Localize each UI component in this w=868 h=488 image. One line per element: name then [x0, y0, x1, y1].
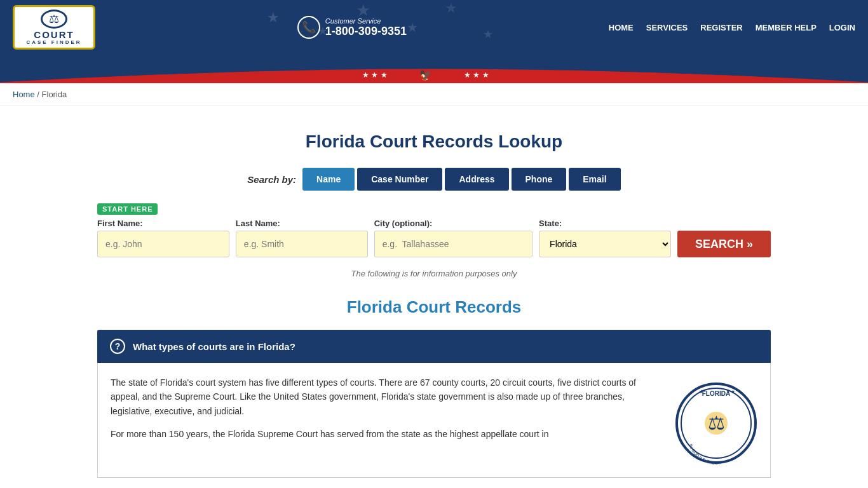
- phone-icon: 📞: [297, 16, 320, 39]
- svg-text:★: ★: [407, 20, 418, 34]
- search-form-container: START HERE First Name: Last Name: City (…: [97, 203, 771, 257]
- logo-court-text: COURT: [34, 30, 74, 39]
- city-group: City (optional):: [374, 219, 532, 257]
- nav-login[interactable]: LOGIN: [829, 23, 855, 32]
- accordion-title: What types of courts are in Florida?: [133, 341, 295, 352]
- logo-sub-text: CASE FINDER: [26, 39, 81, 45]
- first-name-input[interactable]: [97, 231, 229, 257]
- cs-label: Customer Service: [325, 17, 407, 25]
- nav-register[interactable]: REGISTER: [700, 23, 742, 32]
- svg-text:★: ★: [445, 0, 458, 16]
- tab-address[interactable]: Address: [445, 168, 508, 191]
- question-icon: ?: [110, 339, 125, 354]
- city-label: City (optional):: [374, 219, 532, 228]
- start-here-badge: START HERE: [97, 203, 158, 215]
- state-group: State: AlabamaAlaskaArizonaArkansas Cali…: [539, 219, 671, 257]
- breadcrumb: Home / Florida: [0, 83, 868, 106]
- city-input[interactable]: [374, 231, 532, 257]
- site-header: ★ ★ ★ ★ ★ ★ ⚖ COURT CASE FINDER 📞 Custom…: [0, 0, 868, 55]
- logo-area: ⚖ COURT CASE FINDER: [13, 5, 95, 50]
- cs-text: Customer Service 1-800-309-9351: [325, 17, 407, 38]
- main-nav: HOME SERVICES REGISTER MEMBER HELP LOGIN: [609, 23, 855, 32]
- last-name-label: Last Name:: [236, 219, 368, 228]
- accordion: ? What types of courts are in Florida? T…: [97, 330, 771, 478]
- tab-email[interactable]: Email: [569, 168, 620, 191]
- last-name-group: Last Name:: [236, 219, 368, 257]
- search-button[interactable]: SEARCH »: [677, 231, 771, 257]
- svg-text:FLORIDA: FLORIDA: [702, 390, 730, 397]
- search-tabs: Name Case Number Address Phone Email: [302, 168, 621, 191]
- florida-seal: FLORIDA ★ ★ ⚖ IN GOD WE TRUST: [675, 382, 757, 464]
- tab-name[interactable]: Name: [302, 168, 355, 191]
- breadcrumb-current: Florida: [42, 90, 67, 99]
- disclaimer: The following is for information purpose…: [97, 269, 771, 278]
- cs-phone: 1-800-309-9351: [325, 25, 407, 38]
- tab-case-number[interactable]: Case Number: [357, 168, 442, 191]
- svg-text:★: ★: [699, 389, 703, 395]
- logo-icon: ⚖: [41, 10, 67, 29]
- main-content: Florida Court Records Lookup Search by: …: [85, 106, 783, 488]
- section-title: Florida Court Records: [97, 297, 771, 317]
- logo-box[interactable]: ⚖ COURT CASE FINDER: [13, 5, 95, 50]
- accordion-body: The state of Florida's court system has …: [97, 363, 771, 478]
- svg-text:🦅: 🦅: [419, 69, 432, 81]
- tab-phone[interactable]: Phone: [512, 168, 567, 191]
- svg-text:⚖: ⚖: [708, 412, 725, 433]
- customer-service: 📞 Customer Service 1-800-309-9351: [297, 16, 407, 39]
- svg-text:IN GOD WE TRUST: IN GOD WE TRUST: [688, 444, 721, 464]
- search-form-row: First Name: Last Name: City (optional): …: [97, 219, 771, 257]
- nav-home[interactable]: HOME: [609, 23, 634, 32]
- page-title: Florida Court Records Lookup: [97, 132, 771, 152]
- accordion-text: The state of Florida's court system has …: [111, 376, 662, 451]
- breadcrumb-home[interactable]: Home: [13, 90, 35, 99]
- state-label: State:: [539, 219, 671, 228]
- nav-member-help[interactable]: MEMBER HELP: [756, 23, 817, 32]
- svg-text:★ ★ ★: ★ ★ ★: [362, 71, 388, 79]
- search-by-row: Search by: Name Case Number Address Phon…: [97, 168, 771, 191]
- nav-services[interactable]: SERVICES: [646, 23, 688, 32]
- state-select[interactable]: AlabamaAlaskaArizonaArkansas CaliforniaC…: [539, 231, 671, 257]
- accordion-p1: The state of Florida's court system has …: [111, 376, 662, 418]
- accordion-p2: For more than 150 years, the Florida Sup…: [111, 427, 662, 441]
- svg-text:★ ★ ★: ★ ★ ★: [464, 71, 489, 79]
- svg-text:★: ★: [483, 28, 493, 41]
- svg-text:★: ★: [267, 10, 280, 25]
- first-name-group: First Name:: [97, 219, 229, 257]
- svg-text:★: ★: [731, 389, 735, 395]
- search-by-label: Search by:: [247, 174, 296, 185]
- accordion-header[interactable]: ? What types of courts are in Florida?: [97, 330, 771, 363]
- first-name-label: First Name:: [97, 219, 229, 228]
- breadcrumb-separator: /: [37, 90, 41, 99]
- last-name-input[interactable]: [236, 231, 368, 257]
- banner-decoration: ★ ★ ★ ★ ★ ★ 🦅: [0, 55, 868, 83]
